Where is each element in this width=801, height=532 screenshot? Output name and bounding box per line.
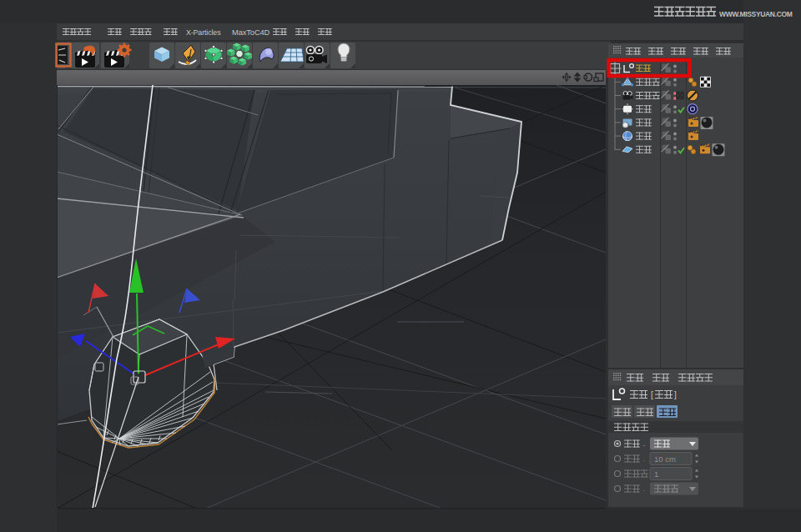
svg-text:10 cm: 10 cm — [654, 454, 676, 464]
svg-text:MaxToC4D: MaxToC4D — [232, 28, 270, 37]
svg-text:.: . — [643, 454, 646, 463]
svg-text:WWW.MISSYUAN.COM: WWW.MISSYUAN.COM — [719, 10, 793, 18]
svg-text:]: ] — [674, 390, 677, 399]
svg-text:1: 1 — [654, 469, 658, 479]
svg-text:.: . — [643, 439, 646, 448]
svg-text:X-Particles: X-Particles — [186, 28, 221, 37]
svg-text:[: [ — [651, 390, 653, 399]
svg-text:.: . — [643, 484, 646, 493]
